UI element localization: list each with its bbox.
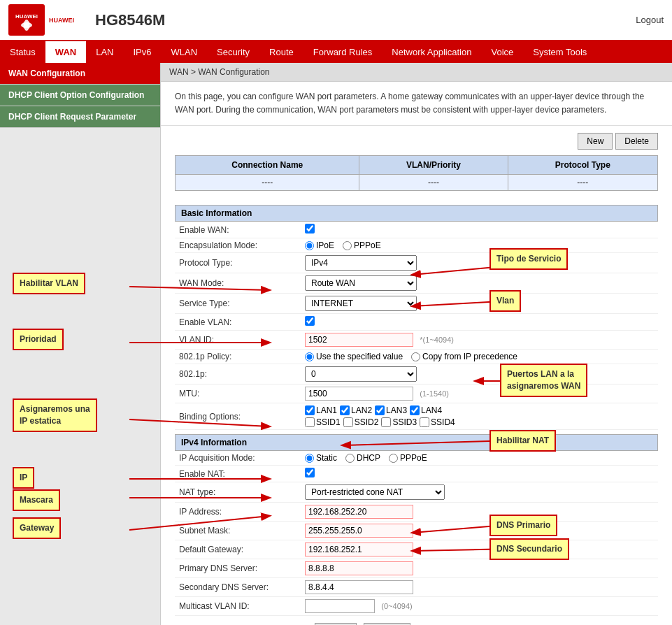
subnet-input[interactable] <box>305 524 413 538</box>
pppoe-option[interactable]: PPPoE <box>343 240 381 250</box>
annotation-prioridad: Prioridad <box>13 329 64 350</box>
subnet-label: Subnet Mask: <box>175 522 301 540</box>
enable-vlan-label: Enable VLAN: <box>175 314 301 331</box>
ip-addr-row: IP Address: <box>175 503 658 522</box>
enable-vlan-row: Enable VLAN: <box>175 314 658 331</box>
wan-mode-select[interactable]: Route WAN <box>305 275 417 291</box>
ip-acq-label: IP Acquisition Mode: <box>175 451 301 466</box>
policy-802p-select[interactable]: 0 <box>305 366 417 382</box>
gateway-input[interactable] <box>305 543 413 556</box>
sidebar-item-dhcp-option[interactable]: DHCP Client Option Configuration <box>0 85 160 106</box>
ip-addr-label: IP Address: <box>175 503 301 522</box>
ssid4-binding[interactable]: SSID4 <box>420 417 455 427</box>
enable-wan-row: Enable WAN: <box>175 222 658 238</box>
enable-nat-checkbox[interactable] <box>305 468 315 477</box>
secondary-dns-input[interactable] <box>305 580 413 594</box>
nav-forward-rules[interactable]: Forward Rules <box>303 41 383 63</box>
annotation-ip: IP <box>13 467 34 489</box>
logout-button[interactable]: Logout <box>636 15 664 25</box>
pppoe-ip-option[interactable]: PPPoE <box>389 453 427 463</box>
action-row: Apply Cancel <box>175 616 658 625</box>
ssid1-binding[interactable]: SSID1 <box>305 417 341 427</box>
annotation-puertos-lan: Puertos LAN a la asignaremos WAN <box>500 364 587 397</box>
basic-form-table: Enable WAN: Encapsulation Mode: IPoE PPP… <box>175 222 658 430</box>
nav-route[interactable]: Route <box>259 41 303 63</box>
nav-wan[interactable]: WAN <box>45 41 86 63</box>
nav-security[interactable]: Security <box>207 41 259 63</box>
ssid2-binding[interactable]: SSID2 <box>343 417 379 427</box>
annotation-asignar-ip: Asignaremos una IP estatica <box>13 398 97 432</box>
annotation-vlan: Vlan <box>489 290 521 312</box>
logo-area: HUAWEI HUAWEI <box>8 4 74 36</box>
ip-acq-row: IP Acquisition Mode: Static DHCP PPPoE <box>175 451 658 466</box>
gateway-label: Default Gateway: <box>175 540 301 559</box>
static-option[interactable]: Static <box>305 453 337 463</box>
ipoE-option[interactable]: IPoE <box>305 240 334 250</box>
lan2-binding[interactable]: LAN2 <box>340 405 372 415</box>
enable-wan-label: Enable WAN: <box>175 222 301 238</box>
policy-802-row: 802.1p Policy: Use the specified value C… <box>175 350 658 364</box>
policy-802-label: 802.1p Policy: <box>175 350 301 364</box>
annotation-habilitar-vlan: Habilitar VLAN <box>13 273 85 294</box>
wan-mode-label: WAN Mode: <box>175 273 301 294</box>
breadcrumb: WAN > WAN Configuration <box>161 63 672 82</box>
protocol-label: Protocol Type: <box>175 253 301 273</box>
multicast-label: Multicast VLAN ID: <box>175 597 301 616</box>
nav-voice[interactable]: Voice <box>481 41 523 63</box>
lan1-binding[interactable]: LAN1 <box>305 405 337 415</box>
nav-system-tools[interactable]: System Tools <box>523 41 596 63</box>
wan-table: Connection Name VLAN/Priority Protocol T… <box>175 155 658 191</box>
policy-802p-label: 802.1p: <box>175 364 301 385</box>
new-button[interactable]: New <box>578 133 613 150</box>
protocol-select[interactable]: IPv4 <box>305 255 417 271</box>
nat-type-row: NAT type: Port-restricted cone NAT <box>175 482 658 503</box>
nav-status[interactable]: Status <box>0 41 45 63</box>
service-type-row: Service Type: INTERNET <box>175 294 658 314</box>
mtu-label: MTU: <box>175 385 301 403</box>
mtu-hint: (1-1540) <box>420 389 449 398</box>
multicast-input[interactable] <box>305 599 375 613</box>
cell-conn-name: ---- <box>176 175 359 191</box>
vlan-id-input[interactable] <box>305 333 413 347</box>
huawei-logo-icon: HUAWEI <box>8 4 45 36</box>
service-type-select[interactable]: INTERNET <box>305 296 417 311</box>
enable-nat-row: Enable NAT: <box>175 466 658 482</box>
vlan-id-row: VLAN ID: *(1~4094) <box>175 331 658 350</box>
nav-lan[interactable]: LAN <box>86 41 123 63</box>
lan4-binding[interactable]: LAN4 <box>410 405 442 415</box>
ssid3-binding[interactable]: SSID3 <box>381 417 417 427</box>
nav-network-app[interactable]: Network Application <box>382 41 481 63</box>
primary-dns-label: Primary DNS Server: <box>175 559 301 578</box>
ip-addr-input[interactable] <box>305 505 413 519</box>
multicast-hint: (0~4094) <box>381 602 412 610</box>
ipv4-form-table: IP Acquisition Mode: Static DHCP PPPoE E… <box>175 451 658 616</box>
wan-mode-row: WAN Mode: Route WAN <box>175 273 658 294</box>
mtu-input[interactable] <box>305 387 413 401</box>
nav-wlan[interactable]: WLAN <box>162 41 208 63</box>
delete-button[interactable]: Delete <box>615 133 658 150</box>
device-title: HG8546M <box>95 11 165 29</box>
sidebar-item-wan-config[interactable]: WAN Configuration <box>0 63 160 85</box>
dhcp-option[interactable]: DHCP <box>345 453 380 463</box>
sidebar-item-dhcp-param[interactable]: DHCP Client Request Parameter <box>0 106 160 128</box>
primary-dns-input[interactable] <box>305 561 413 575</box>
brand-name: HUAWEI <box>49 17 74 24</box>
copy-ip-prec-option[interactable]: Copy from IP precedence <box>411 352 517 361</box>
lan3-binding[interactable]: LAN3 <box>375 405 407 415</box>
binding-label: Binding Options: <box>175 403 301 430</box>
table-row[interactable]: ---- ---- ---- <box>176 175 658 191</box>
main-nav: Status WAN LAN IPv6 WLAN Security Route … <box>0 41 672 63</box>
service-type-label: Service Type: <box>175 294 301 314</box>
enable-wan-checkbox[interactable] <box>305 224 315 234</box>
ipv4-header: IPv4 Information <box>175 434 658 451</box>
encap-mode-row: Encapsulation Mode: IPoE PPPoE <box>175 238 658 253</box>
secondary-dns-row: Secondary DNS Server: <box>175 578 658 597</box>
nav-ipv6[interactable]: IPv6 <box>124 41 162 63</box>
nat-type-select[interactable]: Port-restricted cone NAT <box>305 484 445 500</box>
col-connection-name: Connection Name <box>176 156 359 175</box>
use-specified-option[interactable]: Use the specified value <box>305 352 403 361</box>
enable-vlan-checkbox[interactable] <box>305 316 315 326</box>
vlan-id-label: VLAN ID: <box>175 331 301 350</box>
annotation-dns-primario: DNS Primario <box>489 515 557 536</box>
main-content: WAN > WAN Configuration On this page, yo… <box>161 63 672 625</box>
